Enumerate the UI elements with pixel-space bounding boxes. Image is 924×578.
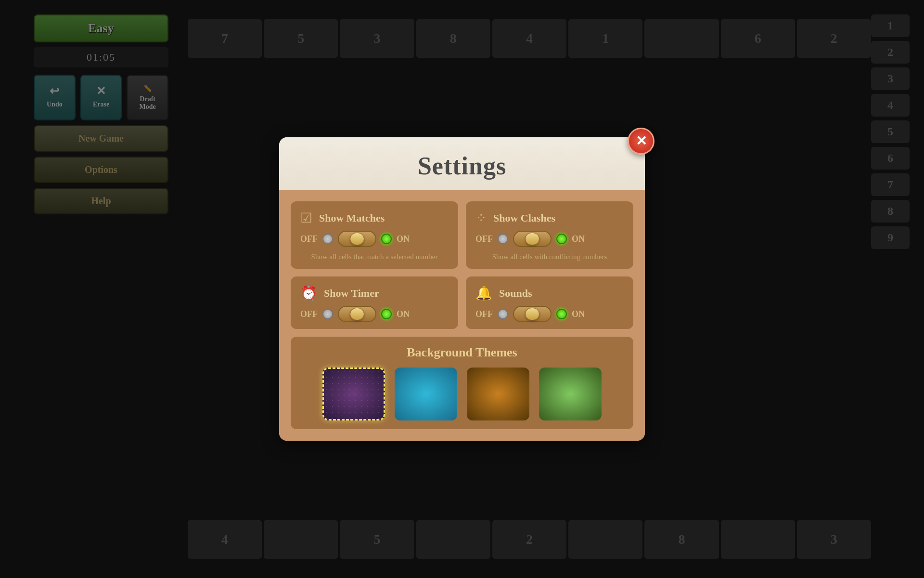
show-clashes-toggle-container: OFF ON xyxy=(475,231,624,247)
sounds-icon: 🔔 xyxy=(475,285,492,301)
settings-modal: ✕ Settings ☑ Show Matches OFF xyxy=(279,137,645,441)
show-clashes-off-label: OFF xyxy=(475,234,493,244)
show-timer-card: ⏰ Show Timer OFF ON xyxy=(291,276,458,329)
show-matches-label: Show Matches xyxy=(319,212,385,224)
sounds-dot-on xyxy=(556,309,567,319)
show-timer-dot-off xyxy=(322,309,333,319)
sounds-card: 🔔 Sounds OFF ON xyxy=(466,276,633,329)
show-matches-card: ☑ Show Matches OFF ON Show all cells tha… xyxy=(291,201,458,269)
show-clashes-dot-off xyxy=(498,234,508,244)
themes-title: Background Themes xyxy=(300,345,624,360)
show-timer-toggle-container: OFF ON xyxy=(300,306,449,322)
theme-teal-button[interactable] xyxy=(395,368,457,420)
show-clashes-desc: Show all cells with conflicting numbers xyxy=(475,252,624,262)
show-matches-off-label: OFF xyxy=(300,234,318,244)
show-clashes-label: Show Clashes xyxy=(493,212,555,224)
sounds-on-label: ON xyxy=(572,309,585,319)
sounds-thumb xyxy=(525,308,539,320)
show-matches-thumb xyxy=(350,233,364,245)
show-timer-thumb xyxy=(350,308,364,320)
show-clashes-thumb xyxy=(525,233,539,245)
show-clashes-on-label: ON xyxy=(572,234,585,244)
settings-row-2: ⏰ Show Timer OFF ON xyxy=(291,276,633,329)
close-button[interactable]: ✕ xyxy=(628,128,654,155)
show-matches-desc: Show all cells that match a selected num… xyxy=(300,252,449,262)
sounds-off-label: OFF xyxy=(475,309,493,319)
settings-body: ☑ Show Matches OFF ON Show all cells tha… xyxy=(279,190,645,441)
themes-grid xyxy=(300,368,624,420)
show-timer-off-label: OFF xyxy=(300,309,318,319)
show-matches-icon: ☑ xyxy=(300,210,312,226)
settings-title: Settings xyxy=(298,152,626,180)
show-timer-dot-on xyxy=(381,309,392,319)
show-matches-toggle[interactable] xyxy=(338,231,376,247)
close-icon: ✕ xyxy=(636,134,647,148)
show-timer-toggle[interactable] xyxy=(338,306,376,322)
theme-green-button[interactable] xyxy=(539,368,602,420)
themes-card: Background Themes xyxy=(291,337,633,429)
theme-purple-button[interactable] xyxy=(322,368,385,420)
show-matches-on-label: ON xyxy=(397,234,410,244)
sounds-dot-off xyxy=(498,309,508,319)
show-timer-icon: ⏰ xyxy=(300,285,317,301)
sounds-toggle-container: OFF ON xyxy=(475,306,624,322)
theme-brown-button[interactable] xyxy=(467,368,529,420)
sounds-label: Sounds xyxy=(499,287,532,300)
show-matches-toggle-container: OFF ON xyxy=(300,231,449,247)
show-clashes-toggle[interactable] xyxy=(513,231,552,247)
show-timer-label: Show Timer xyxy=(324,287,379,300)
settings-header: Settings xyxy=(279,137,645,190)
show-clashes-dot-on xyxy=(556,234,567,244)
show-matches-dot-on xyxy=(381,234,392,244)
show-clashes-icon: ⁘ xyxy=(475,210,487,226)
sounds-toggle[interactable] xyxy=(513,306,552,322)
modal-overlay: ✕ Settings ☑ Show Matches OFF xyxy=(0,0,924,578)
show-timer-on-label: ON xyxy=(397,309,410,319)
settings-row-1: ☑ Show Matches OFF ON Show all cells tha… xyxy=(291,201,633,269)
show-matches-dot-off xyxy=(322,234,333,244)
show-clashes-card: ⁘ Show Clashes OFF ON Show all cells wit… xyxy=(466,201,633,269)
